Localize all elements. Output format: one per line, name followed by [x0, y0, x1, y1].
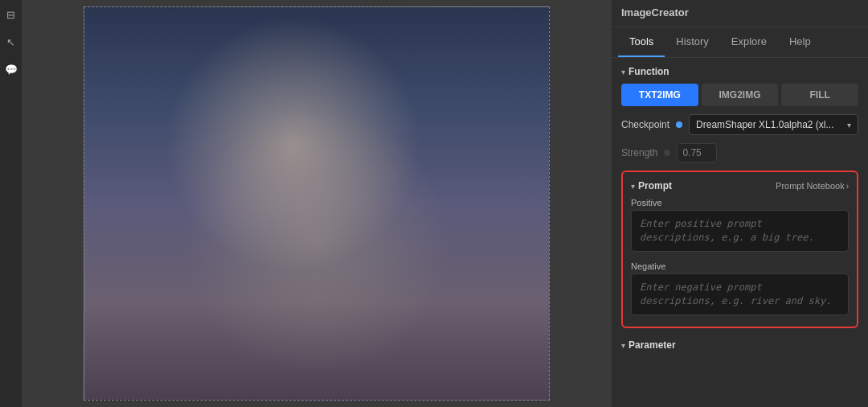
tab-history[interactable]: History [665, 27, 719, 57]
positive-label: Positive [631, 198, 849, 208]
strength-input[interactable] [677, 143, 717, 162]
function-chevron: ▾ [621, 68, 625, 76]
checkpoint-value: DreamShaper XL1.0alpha2 (xl... [696, 119, 844, 130]
negative-group: Negative [631, 261, 849, 319]
right-panel: ImageCreator Tools History Explore Help … [611, 0, 868, 407]
parameter-chevron: ▾ [621, 341, 625, 350]
negative-textarea[interactable] [631, 273, 849, 315]
function-section-header[interactable]: ▾ Function [621, 66, 858, 77]
prompt-title: Prompt [638, 180, 672, 191]
canvas-area [23, 0, 611, 407]
fill-button[interactable]: FILL [781, 84, 858, 106]
checkpoint-row: Checkpoint DreamShaper XL1.0alpha2 (xl..… [621, 114, 858, 135]
checkpoint-dot [676, 121, 682, 128]
tab-tools[interactable]: Tools [618, 27, 665, 57]
panel-body: ▾ Function TXT2IMG IMG2IMG FILL Checkpoi… [612, 58, 868, 407]
panel-header: ImageCreator [612, 0, 868, 27]
prompt-chevron: ▾ [631, 182, 635, 191]
parameter-title: Parameter [628, 339, 676, 351]
layers-icon[interactable]: ⊟ [3, 6, 19, 23]
panel-title: ImageCreator [621, 6, 858, 18]
strength-dot [664, 150, 670, 156]
checkpoint-dropdown-arrow: ▾ [847, 121, 851, 130]
prompt-notebook-link[interactable]: Prompt Notebook [776, 181, 845, 191]
strength-row: Strength [621, 143, 858, 162]
tab-explore[interactable]: Explore [720, 27, 778, 57]
txt2img-button[interactable]: TXT2IMG [621, 84, 698, 106]
tabs-bar: Tools History Explore Help [612, 27, 868, 58]
function-title: Function [628, 66, 669, 77]
prompt-notebook-arrow: › [846, 182, 849, 191]
chat-icon[interactable]: 💬 [3, 61, 19, 77]
canvas-image-content [84, 7, 549, 400]
img2img-button[interactable]: IMG2IMG [702, 84, 779, 106]
checkpoint-select[interactable]: DreamShaper XL1.0alpha2 (xl... ▾ [689, 114, 858, 135]
positive-group: Positive [631, 198, 849, 255]
function-section: ▾ Function TXT2IMG IMG2IMG FILL [621, 66, 858, 106]
cursor-icon[interactable]: ↖ [3, 34, 19, 50]
prompt-title-group: ▾ Prompt [631, 180, 672, 191]
strength-label: Strength [621, 147, 657, 158]
prompt-header: ▾ Prompt Prompt Notebook › [631, 180, 849, 191]
tab-help[interactable]: Help [778, 27, 822, 57]
canvas-image [84, 6, 550, 401]
prompt-notebook-group: Prompt Notebook › [776, 181, 849, 191]
left-toolbar: ⊟ ↖ 💬 [0, 0, 23, 407]
function-buttons: TXT2IMG IMG2IMG FILL [621, 84, 858, 106]
checkpoint-label: Checkpoint [621, 119, 669, 130]
prompt-section: ▾ Prompt Prompt Notebook › Positive Nega… [621, 171, 858, 328]
positive-textarea[interactable] [631, 210, 849, 252]
parameter-section[interactable]: ▾ Parameter [621, 336, 858, 354]
negative-label: Negative [631, 261, 849, 271]
